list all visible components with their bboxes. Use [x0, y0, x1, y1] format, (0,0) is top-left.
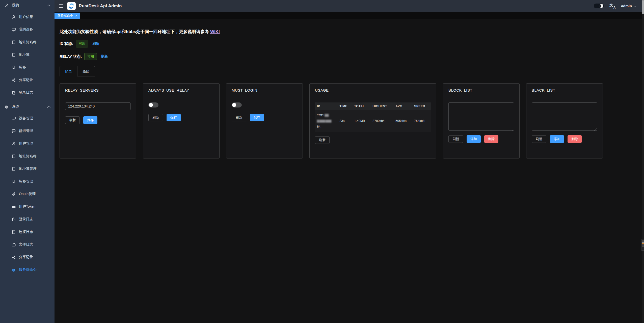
sidebar-item-tag-mgmt[interactable]: 标签管理 [0, 175, 55, 188]
user-menu[interactable]: admin [621, 4, 636, 8]
id-refresh-link[interactable]: 刷新 [92, 41, 99, 46]
sidebar-item-tags[interactable]: 标签 [0, 61, 55, 74]
id-status-badge: 可用 [76, 40, 88, 47]
book-icon [12, 154, 16, 158]
chevron-down-icon [633, 5, 636, 7]
save-button[interactable]: 保存 [167, 114, 181, 121]
add-button[interactable]: 添加 [467, 135, 481, 143]
book-icon [12, 40, 16, 44]
user-icon [12, 15, 16, 19]
cell-speed: 764kb/s [412, 110, 431, 132]
tab-simple[interactable]: 简单 [60, 66, 77, 76]
clipboard-icon [12, 217, 16, 222]
topbar: RustDesk Api Admin 文A admin [55, 0, 642, 12]
black-list-textarea[interactable] [532, 102, 597, 131]
card-title: ALWAYS_USE_RELAY [143, 84, 219, 97]
gear-icon [12, 268, 16, 272]
col-total: TOTAL [352, 102, 370, 110]
save-button[interactable]: 保存 [250, 114, 264, 121]
user-name: admin [621, 4, 632, 8]
sidebar-item-share-records[interactable]: 分享记录 [0, 74, 55, 86]
close-icon[interactable]: × [75, 14, 77, 17]
theme-toggle[interactable] [594, 4, 604, 8]
sidebar-fold-icon[interactable] [59, 4, 64, 9]
app-title: RustDesk Api Admin [79, 4, 122, 9]
relay-servers-input[interactable] [65, 102, 131, 110]
refresh-button[interactable]: 刷新 [65, 116, 80, 124]
chevron-up-icon [47, 4, 50, 8]
card-title: BLACK_LIST [526, 84, 603, 97]
wiki-link[interactable]: WIKI [210, 29, 220, 34]
relay-status-label: RELAY 状态: [60, 54, 82, 59]
tab-advanced[interactable]: 高级 [77, 66, 95, 76]
refresh-button[interactable]: 刷新 [232, 114, 246, 121]
route-tab-label: 服务端命令 [57, 14, 73, 18]
usage-table: IP TIME TOTAL HIGHEST AVG SPEED ::ffff:1… [315, 102, 431, 132]
delete-button[interactable]: 删除 [484, 135, 498, 143]
block-list-textarea-wrap [448, 102, 514, 132]
cell-time: 23s [337, 110, 352, 132]
sidebar-item-my-devices[interactable]: 我的设备 [0, 23, 55, 36]
briefcase-icon [12, 243, 16, 247]
must-login-toggle[interactable] [232, 102, 242, 107]
monitor-icon [12, 116, 16, 121]
bookmark-icon [12, 65, 16, 70]
card-title: BLOCK_LIST [443, 84, 519, 97]
id-status-label: ID 状态: [60, 41, 73, 46]
save-button[interactable]: 保存 [83, 116, 97, 124]
sidebar-item-connection-log[interactable]: 连接日志 [0, 226, 55, 238]
bookmark-icon [12, 179, 16, 184]
refresh-button[interactable]: 刷新 [448, 135, 463, 143]
sidebar-item-file-log[interactable]: 文件日志 [0, 238, 55, 251]
add-button[interactable]: 添加 [550, 135, 564, 143]
chevron-up-icon [47, 106, 50, 109]
sidebar-item-user-mgmt[interactable]: 用户管理 [0, 137, 55, 150]
sidebar-item-addressbook[interactable]: 地址簿 [0, 48, 55, 61]
scrollbar-thumb[interactable] [642, 0, 644, 14]
col-speed: SPEED [412, 102, 431, 110]
redacted-text: ▇.▇▇▇.▇▇▇ [317, 119, 331, 122]
refresh-button[interactable]: 刷新 [148, 114, 163, 121]
redacted-text: ▇▇. [325, 114, 329, 117]
card-usage: USAGE IP TIME TOTAL HIGHEST AVG SPEED [309, 83, 436, 158]
sidebar-item-user-info[interactable]: 用户信息 [0, 11, 55, 23]
table-row: ::ffff:1▇▇. ▇.▇▇▇.▇▇▇ 64: 23s 1.40MB 278… [315, 110, 431, 132]
cell-highest: 2780kb/s [370, 110, 393, 132]
relay-refresh-link[interactable]: 刷新 [101, 54, 108, 59]
always-use-relay-toggle[interactable] [148, 102, 158, 107]
id-status-row: ID 状态: 可用 刷新 [60, 40, 637, 47]
cell-ip: ::ffff:1▇▇. ▇.▇▇▇.▇▇▇ 64: [315, 110, 337, 132]
sidebar-item-addressbook-name-mgmt[interactable]: 地址簿名称 [0, 150, 55, 163]
card-title: USAGE [310, 84, 436, 97]
card-block-list: BLOCK_LIST 刷新 添加 删除 [443, 83, 520, 158]
sidebar-item-addressbook-mgmt[interactable]: 地址簿管理 [0, 163, 55, 175]
card-must-login: MUST_LOGIN 刷新 保存 [226, 83, 303, 158]
refresh-button[interactable]: 刷新 [532, 135, 546, 143]
sidebar-item-server-commands[interactable]: 服务端命令 [0, 263, 55, 276]
route-tabstrip: 服务端命令 × [55, 12, 642, 19]
sidebar-item-login-log[interactable]: 登录日志 [0, 86, 55, 99]
black-list-textarea-wrap [532, 102, 597, 132]
sidebar-item-addressbook-name[interactable]: 地址簿名称 [0, 36, 55, 48]
translate-icon[interactable]: 文A [609, 3, 615, 9]
chat-icon [12, 129, 16, 133]
scrollbar-track[interactable] [642, 0, 644, 323]
sidebar-section-label: 系统 [12, 104, 48, 109]
sidebar-item-device-mgmt[interactable]: 设备管理 [0, 112, 55, 125]
share-icon [12, 255, 16, 259]
route-tab-server-commands[interactable]: 服务端命令 × [55, 13, 80, 19]
sidebar-section-system[interactable]: 系统 [0, 101, 55, 112]
sidebar-item-login-log-sys[interactable]: 登录日志 [0, 213, 55, 226]
sidebar-item-group-mgmt[interactable]: 群组管理 [0, 125, 55, 137]
mode-tabs: 简单 高级 [60, 66, 95, 76]
block-list-textarea[interactable] [448, 102, 514, 131]
sidebar-section-my[interactable]: 我的 [0, 0, 55, 11]
cell-total: 1.40MB [352, 110, 370, 132]
sidebar-item-share-records-sys[interactable]: 分享记录 [0, 251, 55, 263]
document-icon [12, 230, 16, 234]
sidebar-item-oauth-mgmt[interactable]: Oauth管理 [0, 188, 55, 200]
refresh-button[interactable]: 刷新 [315, 136, 330, 144]
delete-button[interactable]: 删除 [568, 135, 582, 143]
user-icon [12, 142, 16, 146]
sidebar-item-user-token[interactable]: 用户Token [0, 200, 55, 213]
